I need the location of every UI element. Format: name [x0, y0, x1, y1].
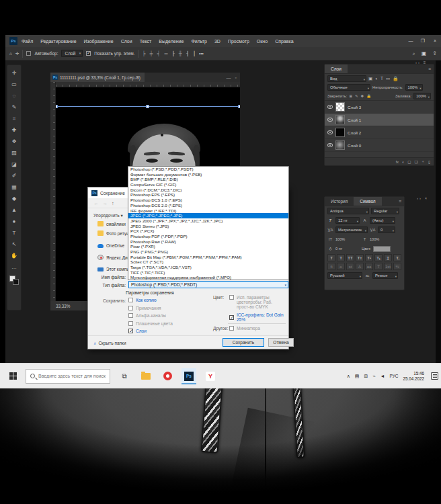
checkbox[interactable] [229, 315, 234, 320]
horizontal-scale-value[interactable]: 100% [370, 237, 379, 241]
doc-maximize-icon[interactable]: ▫ [235, 75, 237, 80]
filter-type-icon[interactable]: ▭ [386, 76, 390, 81]
close-button[interactable]: × [429, 38, 441, 44]
filter-type-icon[interactable]: ▣ [368, 76, 372, 81]
layer-thumbnail[interactable] [335, 140, 345, 150]
format-option[interactable]: CompuServe GIF (*.GIF) [128, 182, 288, 187]
format-option[interactable]: Portable Bit Map (*.PBM;*.PGM;*.PPM;*.PN… [128, 255, 288, 260]
align-icon[interactable]: ═ [164, 51, 167, 56]
align-icon[interactable]: ┨ [186, 51, 189, 56]
text-style-button[interactable]: Tт [356, 254, 364, 261]
checkbox[interactable] [128, 313, 133, 318]
filter-type-icon[interactable]: ◐ [375, 76, 378, 81]
format-option[interactable]: Photoshop DCS 1.0 (*.EPS) [128, 198, 288, 203]
opentype-button[interactable]: st [346, 263, 354, 270]
autoselect-target-select[interactable]: Слой [61, 50, 83, 57]
autoselect-checkbox[interactable] [26, 51, 31, 56]
layer-filter-select[interactable]: Вид [327, 75, 366, 82]
tool-icon[interactable]: ↖ [7, 239, 21, 250]
filetype-select[interactable]: Photoshop (*.PSD;*.PDD;*.PSDT) [128, 281, 288, 288]
format-option[interactable]: Photoshop DCS 2.0 (*.EPS) [128, 203, 288, 208]
tab-layers[interactable]: Слои [325, 65, 348, 73]
tool-icon[interactable]: ◪ [7, 159, 21, 170]
checkbox[interactable] [128, 298, 133, 302]
layer-row[interactable]: Слой 2 [325, 126, 434, 139]
color-swatches[interactable] [9, 276, 19, 285]
tray-icon[interactable]: ◄ [380, 374, 385, 379]
nav-back-icon[interactable]: ← [93, 200, 99, 206]
align-icon[interactable]: ╡ [157, 51, 161, 56]
tool-icon[interactable]: ▨ [7, 147, 21, 159]
search-icon[interactable]: ⌕ [413, 51, 415, 56]
opentype-button[interactable]: ½ [393, 263, 401, 270]
tool-icon[interactable]: ✋ [7, 250, 21, 261]
layer-row[interactable]: Слой 3 [325, 101, 434, 114]
leading-select[interactable]: (Авто) [370, 217, 395, 224]
tray-icon[interactable]: ⌁ [372, 374, 375, 379]
menu-item[interactable]: Редактирование [40, 39, 76, 44]
text-style-button[interactable]: T₁ [374, 254, 383, 261]
cancel-button[interactable]: Отмена [268, 338, 294, 347]
menu-item[interactable]: Текст [140, 39, 152, 44]
tray-icon[interactable]: ▤ [355, 374, 360, 379]
home-icon[interactable]: ⌂ [9, 51, 12, 56]
transform-handle-right[interactable] [238, 105, 240, 108]
font-family-select[interactable]: Antiqua [327, 208, 369, 214]
opentype-button[interactable]: T [374, 263, 383, 270]
thumbnail-option[interactable]: Миниатюра [229, 326, 260, 331]
font-style-select[interactable]: Regular [371, 208, 399, 214]
fill-value[interactable]: 100% [413, 93, 431, 99]
menu-item[interactable]: Окно [257, 39, 268, 44]
checkbox[interactable] [229, 326, 234, 331]
baseline-value[interactable]: 0 пт [335, 247, 360, 251]
format-option[interactable]: Pixar (*.PXR) [128, 244, 288, 249]
text-style-button[interactable]: T [337, 254, 345, 261]
menu-item[interactable]: Изображение [84, 39, 114, 44]
format-option[interactable]: JPEG Stereo (*.JPS) [128, 224, 288, 229]
tool-icon[interactable]: ▲ [7, 204, 21, 216]
lock-icon[interactable]: ⊞ [349, 94, 352, 98]
workspace-switcher-icon[interactable]: ▣ [422, 50, 427, 56]
move-tool-icon[interactable]: ✛ [15, 51, 19, 56]
menu-item[interactable]: Выделение [159, 39, 184, 44]
sidebar-place[interactable]: Фото ретушь [97, 230, 132, 236]
checkbox[interactable] [128, 306, 133, 310]
explorer-taskbar-icon[interactable] [138, 368, 153, 384]
format-option[interactable]: Формат больших документов (*.PSB) [128, 172, 288, 177]
minimize-button[interactable]: — [405, 38, 417, 44]
layers-action-icon[interactable]: ＋ [421, 159, 425, 164]
tool-icon[interactable]: ✚ [7, 124, 21, 136]
layer-thumbnail[interactable] [335, 102, 345, 112]
language-select[interactable]: Русский [327, 272, 362, 279]
tool-icon[interactable]: T [7, 227, 21, 239]
menu-item[interactable]: Файл [22, 39, 33, 44]
save-option[interactable]: Плашечные цвета [128, 321, 173, 326]
tool-icon[interactable]: ✎ [7, 101, 21, 113]
transform-handle-center[interactable] [146, 105, 149, 108]
save-option[interactable]: Примечания [128, 306, 173, 310]
more-options-icon[interactable]: ••• [199, 51, 204, 56]
layer-name[interactable]: Слой 2 [348, 130, 361, 135]
text-style-button[interactable]: T [327, 254, 335, 261]
layer-name[interactable]: Слой 1 [348, 118, 361, 122]
tracking-select[interactable]: 0 [378, 226, 395, 233]
text-style-button[interactable]: T̲ [384, 254, 392, 261]
menu-item[interactable]: 3D [214, 39, 220, 44]
filter-type-icon[interactable]: 🔒 [393, 76, 398, 81]
align-icon[interactable]: ┃ [193, 51, 196, 56]
document-tab[interactable]: Ps 11111111.psd @ 33,3% (Слой 1, Гр.сер.… [50, 73, 145, 82]
icc-option[interactable]: ICC-профиль: Dot Gain 25% [229, 312, 284, 322]
layer-thumbnail[interactable] [335, 115, 345, 124]
lock-icon[interactable]: ✎ [355, 94, 358, 98]
format-option[interactable]: IFF формат (*.IFF;*.TDI) [128, 208, 288, 214]
tool-icon[interactable]: ⌗ [7, 113, 21, 124]
zoom-level[interactable]: 33,33% [56, 304, 70, 308]
format-option[interactable]: PNG (*.PNG;*.PNG) [128, 249, 288, 255]
smoothing-select[interactable]: Резкое [372, 272, 398, 279]
format-option[interactable]: Photoshop PDF (*.PDF;*.PDP) [128, 234, 288, 239]
format-option[interactable]: BMP (*.BMP;*.RLE;*.DIB) [128, 177, 288, 182]
hide-folders-button[interactable]: ∧ Скрыть папки [93, 341, 126, 345]
tray-icon[interactable]: ⊞ [364, 374, 368, 379]
tab-character[interactable]: Символ [354, 197, 381, 206]
layer-thumbnail[interactable] [335, 128, 345, 137]
